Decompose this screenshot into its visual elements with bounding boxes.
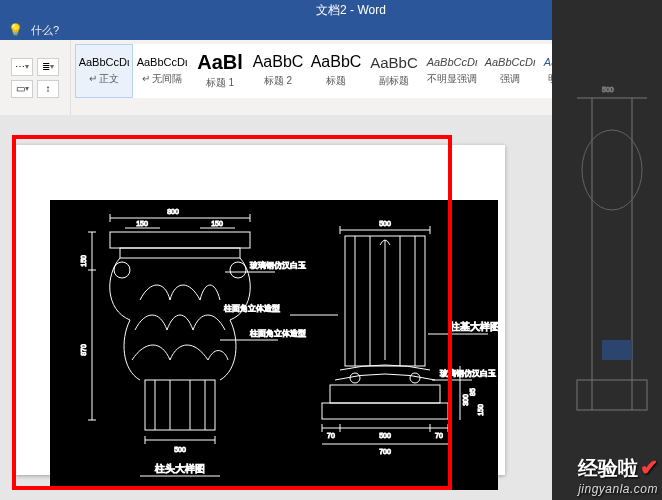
style-preview: AaBbCcDι [485, 57, 536, 68]
style-preview: AaBbC [253, 54, 304, 70]
style-label: 强调 [500, 72, 520, 86]
style-preview: AaBbCcDι [427, 57, 478, 68]
inserted-picture[interactable]: 800 150 150 150 870 [50, 200, 498, 490]
svg-text:150: 150 [211, 220, 223, 227]
svg-text:500: 500 [379, 432, 391, 439]
list-button-b[interactable]: ≣▾ [37, 58, 59, 76]
background-window: 500 [552, 0, 662, 500]
svg-text:800: 800 [167, 208, 179, 215]
style-item-6[interactable]: AaBbCcDι不明显强调 [423, 44, 481, 98]
sort-button[interactable]: ↕ [37, 80, 59, 98]
svg-text:柱基大样图: 柱基大样图 [450, 321, 498, 332]
watermark: 经验啦✔ jingyanla.com [578, 455, 658, 496]
style-label: ↵ 正文 [89, 72, 120, 86]
svg-text:500: 500 [174, 446, 186, 453]
style-item-3[interactable]: AaBbC标题 2 [249, 44, 307, 98]
svg-rect-22 [120, 248, 240, 258]
svg-text:柱头大样图: 柱头大样图 [155, 463, 205, 474]
svg-text:150: 150 [477, 404, 484, 416]
svg-rect-4 [577, 380, 647, 410]
window-title: 文档2 - Word [316, 2, 386, 19]
page: 800 150 150 150 870 [15, 145, 505, 475]
style-preview: AaBbC [311, 54, 362, 70]
tell-me-input[interactable]: 什么? [31, 23, 59, 38]
app-root: 文档2 - Word 💡 什么? ⋯▾ ≣▾ ▭▾ ↕ AaBbCcDι↵ 正文… [0, 0, 662, 500]
svg-rect-21 [110, 232, 250, 248]
list-button-a[interactable]: ⋯▾ [11, 58, 33, 76]
svg-text:玻璃钢仿汉白玉: 玻璃钢仿汉白玉 [250, 261, 306, 270]
svg-point-49 [350, 373, 360, 383]
style-label: ↵ 无间隔 [142, 72, 183, 86]
svg-point-50 [410, 373, 420, 383]
watermark-text: 经验啦✔ [578, 455, 658, 482]
svg-text:300: 300 [462, 394, 469, 406]
style-label: 标题 [326, 74, 346, 88]
style-item-2[interactable]: AaBl标题 1 [191, 44, 249, 98]
style-item-5[interactable]: AaBbC副标题 [365, 44, 423, 98]
style-preview: AaBbC [370, 55, 418, 70]
svg-text:870: 870 [80, 344, 87, 356]
style-item-4[interactable]: AaBbC标题 [307, 44, 365, 98]
svg-text:70: 70 [435, 432, 443, 439]
svg-text:500: 500 [379, 220, 391, 227]
style-item-1[interactable]: AaBbCcDι↵ 无间隔 [133, 44, 191, 98]
svg-text:柱面角立体造型: 柱面角立体造型 [224, 304, 280, 313]
background-column-drawing: 500 [572, 80, 652, 430]
style-label: 标题 2 [264, 74, 292, 88]
style-label: 标题 1 [206, 76, 234, 90]
border-button[interactable]: ▭▾ [11, 80, 33, 98]
document-area[interactable]: 800 150 150 150 870 [0, 115, 552, 500]
dim-label: 500 [602, 86, 614, 93]
svg-text:柱面角立体造型: 柱面角立体造型 [250, 329, 306, 338]
check-icon: ✔ [640, 455, 658, 480]
svg-text:700: 700 [379, 448, 391, 455]
watermark-url: jingyanla.com [578, 482, 658, 496]
svg-rect-52 [322, 403, 448, 419]
style-item-7[interactable]: AaBbCcDι强调 [481, 44, 539, 98]
svg-text:150: 150 [80, 255, 87, 267]
svg-point-23 [114, 262, 130, 278]
svg-rect-51 [330, 385, 440, 403]
svg-point-24 [230, 262, 246, 278]
svg-text:150: 150 [136, 220, 148, 227]
svg-point-3 [582, 130, 642, 210]
svg-text:玻璃钢仿汉白玉: 玻璃钢仿汉白玉 [440, 369, 496, 378]
style-item-0[interactable]: AaBbCcDι↵ 正文 [75, 44, 133, 98]
style-preview: AaBl [197, 52, 243, 72]
style-label: 不明显强调 [427, 72, 477, 86]
svg-text:85: 85 [469, 388, 476, 396]
cad-drawing: 800 150 150 150 870 [50, 200, 498, 490]
style-preview: AaBbCcDι [137, 57, 188, 68]
ribbon-left-group: ⋯▾ ≣▾ ▭▾ ↕ [0, 40, 71, 115]
lightbulb-icon: 💡 [8, 23, 23, 37]
style-label: 副标题 [379, 74, 409, 88]
svg-rect-5 [602, 340, 632, 360]
svg-text:70: 70 [327, 432, 335, 439]
style-preview: AaBbCcDι [79, 57, 130, 68]
